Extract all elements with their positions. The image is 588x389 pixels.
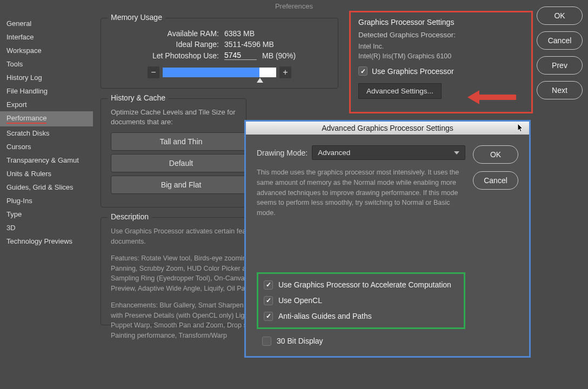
sidebar-item-type[interactable]: Type <box>0 207 93 221</box>
advanced-dialog-title: Advanced Graphics Processor Settings <box>246 122 529 135</box>
description-title: Description <box>108 212 152 221</box>
use-gpu-checkbox[interactable] <box>358 66 368 76</box>
cancel-button[interactable]: Cancel <box>537 31 583 50</box>
sidebar-item-3d[interactable]: 3D <box>0 221 93 234</box>
sidebar-item-export[interactable]: Export <box>0 98 93 111</box>
detected-gpu-label: Detected Graphics Processor: <box>358 31 524 39</box>
sidebar-item-history-log[interactable]: History Log <box>0 71 93 84</box>
drawing-mode-desc: This mode uses the graphics processor mo… <box>257 167 465 218</box>
chk-antialias[interactable] <box>264 312 273 321</box>
let-use-label: Let Photoshop Use: <box>111 51 224 60</box>
advanced-cancel-button[interactable]: Cancel <box>473 171 518 190</box>
ideal-range-label: Ideal Range: <box>111 40 224 49</box>
sidebar-item-transparency-gamut[interactable]: Transparency & Gamut <box>0 153 93 167</box>
memory-usage-title: Memory Usage <box>108 13 165 22</box>
big-flat-button[interactable]: Big and Flat <box>111 176 251 194</box>
annotation-green-box: Use Graphics Processor to Accelerate Com… <box>257 272 465 329</box>
sidebar-item-guides-grid-slices[interactable]: Guides, Grid & Slices <box>0 180 93 194</box>
history-cache-title: History & Cache <box>108 93 169 102</box>
history-cache-text: Optimize Cache Levels and Tile Size for … <box>111 108 236 127</box>
sidebar-item-tools[interactable]: Tools <box>0 57 93 71</box>
sidebar-item-interface[interactable]: Interface <box>0 30 93 44</box>
advanced-ok-button[interactable]: OK <box>473 145 518 164</box>
tall-thin-button[interactable]: Tall and Thin <box>111 132 251 151</box>
drawing-mode-select[interactable]: Advanced <box>312 145 465 160</box>
sidebar-item-general[interactable]: General <box>0 17 93 30</box>
advanced-gpu-dialog: Advanced Graphics Processor Settings Dra… <box>244 120 531 358</box>
memory-slider[interactable] <box>163 68 276 77</box>
memory-increase-button[interactable]: + <box>279 66 291 78</box>
prev-button[interactable]: Prev <box>537 56 583 75</box>
sidebar-item-technology-previews[interactable]: Technology Previews <box>0 234 93 248</box>
available-ram-value: 6383 MB <box>224 29 255 38</box>
gpu-settings-title: Graphics Processor Settings <box>358 18 524 26</box>
advanced-settings-button[interactable]: Advanced Settings... <box>358 83 442 99</box>
sidebar-item-cursors[interactable]: Cursors <box>0 140 93 153</box>
chk-opencl[interactable] <box>264 296 273 305</box>
chk-accelerate[interactable] <box>264 280 273 290</box>
sidebar: General Interface Workspace Tools Histor… <box>0 12 93 388</box>
ideal-range-value: 3511-4596 MB <box>224 40 274 49</box>
let-use-unit: MB (90%) <box>262 51 296 60</box>
let-use-input[interactable] <box>224 51 257 60</box>
use-gpu-label: Use Graphics Processor <box>372 67 454 76</box>
chk-30bit[interactable] <box>262 337 271 346</box>
gpu-model: Intel(R) Iris(TM) Graphics 6100 <box>358 52 524 62</box>
chk-30bit-label: 30 Bit Display <box>277 337 323 345</box>
ok-button[interactable]: OK <box>537 6 583 25</box>
sidebar-item-units-rulers[interactable]: Units & Rulers <box>0 167 93 180</box>
default-button[interactable]: Default <box>111 154 251 172</box>
gpu-vendor: Intel Inc. <box>358 42 524 52</box>
chk-antialias-label: Anti-alias Guides and Paths <box>278 312 372 320</box>
memory-decrease-button[interactable]: − <box>148 66 159 78</box>
sidebar-item-performance[interactable]: Performance <box>0 111 93 126</box>
sidebar-item-scratch-disks[interactable]: Scratch Disks <box>0 126 93 140</box>
sidebar-item-plug-ins[interactable]: Plug-Ins <box>0 194 93 207</box>
history-cache-group: History & Cache Optimize Cache Levels an… <box>101 98 246 207</box>
next-button[interactable]: Next <box>537 81 583 99</box>
chk-opencl-label: Use OpenCL <box>278 296 322 305</box>
chk-accelerate-label: Use Graphics Processor to Accelerate Com… <box>278 280 451 289</box>
gpu-settings-panel: Graphics Processor Settings Detected Gra… <box>349 11 533 113</box>
memory-usage-group: Memory Usage Available RAM:6383 MB Ideal… <box>101 18 338 89</box>
available-ram-label: Available RAM: <box>111 29 224 38</box>
annotation-arrow-icon <box>467 90 516 104</box>
cursor-icon <box>517 123 525 133</box>
drawing-mode-label: Drawing Mode: <box>257 149 308 157</box>
sidebar-item-workspace[interactable]: Workspace <box>0 44 93 57</box>
slider-thumb-icon[interactable] <box>257 78 263 83</box>
sidebar-item-file-handling[interactable]: File Handling <box>0 84 93 98</box>
